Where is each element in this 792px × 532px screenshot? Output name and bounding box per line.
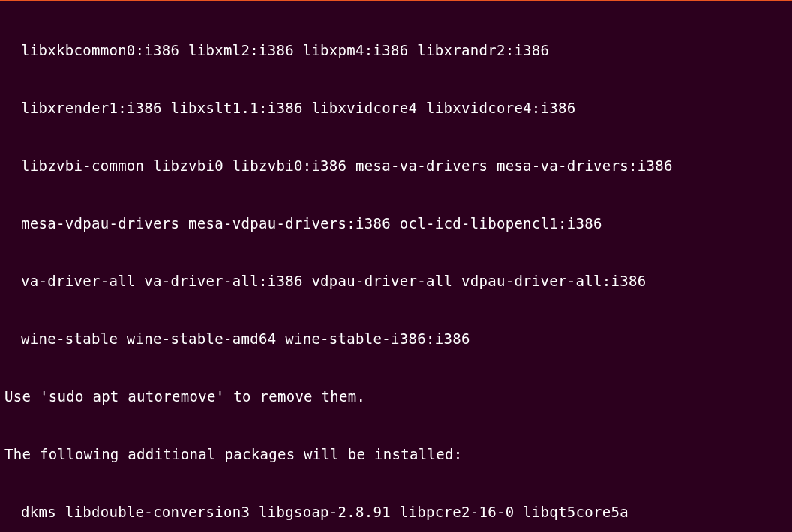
package-line: libxrender1:i386 libxslt1.1:i386 libxvid…: [4, 99, 788, 118]
package-line: mesa-vdpau-drivers mesa-vdpau-drivers:i3…: [4, 214, 788, 234]
autoremove-hint: Use 'sudo apt autoremove' to remove them…: [4, 387, 788, 407]
package-line: va-driver-all va-driver-all:i386 vdpau-d…: [4, 272, 788, 291]
package-line: wine-stable wine-stable-amd64 wine-stabl…: [4, 330, 788, 349]
package-line: dkms libdouble-conversion3 libgsoap-2.8.…: [4, 503, 788, 522]
additional-packages-header: The following additional packages will b…: [4, 445, 788, 465]
terminal-output[interactable]: libxkbcommon0:i386 libxml2:i386 libxpm4:…: [4, 3, 788, 532]
package-line: libzvbi-common libzvbi0 libzvbi0:i386 me…: [4, 157, 788, 176]
package-line: libxkbcommon0:i386 libxml2:i386 libxpm4:…: [4, 41, 788, 61]
